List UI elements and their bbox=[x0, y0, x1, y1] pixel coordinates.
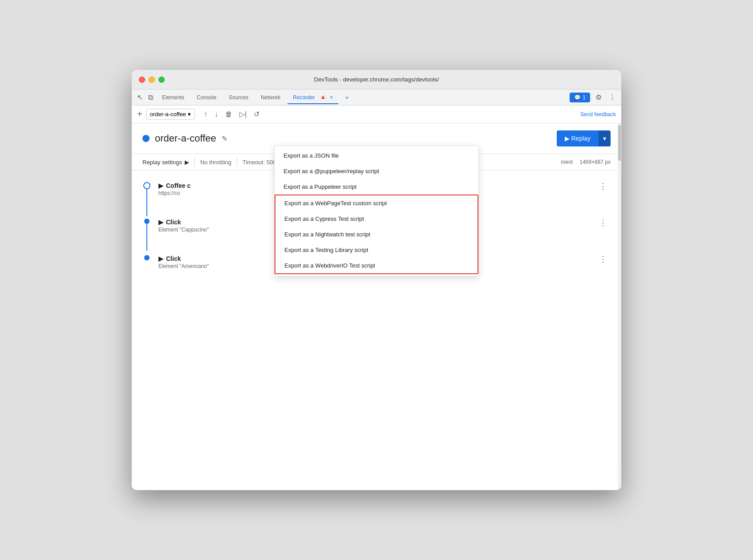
replay-settings-label[interactable]: Replay settings ▶ bbox=[142, 159, 189, 166]
tab-network[interactable]: Network bbox=[255, 92, 286, 103]
step-circle-3 bbox=[144, 255, 150, 260]
tab-bar: ↖ ⧉ Elements Console Sources Network Rec… bbox=[132, 89, 621, 106]
export-puppeteer-item[interactable]: Export as a Puppeteer script bbox=[275, 179, 478, 195]
recording-status-dot bbox=[142, 135, 150, 142]
devtools-window: DevTools - developer.chrome.com/tags/dev… bbox=[132, 70, 621, 490]
step-timeline-3 bbox=[142, 255, 151, 260]
replay-step-button[interactable]: ▷| bbox=[238, 108, 248, 120]
tab-more[interactable]: » bbox=[340, 92, 354, 103]
maximize-button[interactable] bbox=[158, 77, 165, 83]
tab-elements[interactable]: Elements bbox=[157, 92, 190, 103]
step-more-icon-2[interactable]: ⋮ bbox=[595, 219, 611, 227]
divider2 bbox=[237, 158, 237, 166]
close-button[interactable] bbox=[139, 77, 145, 83]
gear-icon[interactable]: ⚙ bbox=[594, 91, 603, 103]
tab-console[interactable]: Console bbox=[191, 92, 222, 103]
export-dropdown-overlay: Export as a JSON file Export as a @puppe… bbox=[274, 146, 479, 276]
add-recording-button[interactable]: + bbox=[137, 109, 142, 119]
replay-button[interactable]: ▶ Replay bbox=[557, 130, 599, 146]
export-puppeteer-replay-item[interactable]: Export as a @puppeteer/replay script bbox=[275, 163, 478, 179]
chat-icon: 💬 bbox=[574, 94, 581, 101]
tab-recorder[interactable]: Recorder 🔺 × bbox=[287, 91, 338, 104]
content-area: order-a-coffee ✎ ▶ Replay ▾ Replay setti… bbox=[132, 123, 621, 490]
scrollbar-thumb bbox=[618, 125, 621, 161]
notification-badge[interactable]: 💬 1 bbox=[570, 93, 590, 102]
toolbar-icon-buttons: ↑ ↓ 🗑 ▷| ↺ bbox=[202, 108, 261, 120]
step-circle-2 bbox=[144, 219, 150, 224]
recording-name-label: order-a-coffee bbox=[150, 111, 186, 118]
export-cypress-item[interactable]: Export as a Cypress Test script bbox=[275, 211, 478, 227]
export-testing-library-item[interactable]: Export as a Testing Library script bbox=[275, 242, 478, 258]
tab-sources[interactable]: Sources bbox=[223, 92, 254, 103]
title-bar: DevTools - developer.chrome.com/tags/dev… bbox=[132, 70, 621, 89]
dropdown-arrow-icon: ▾ bbox=[188, 111, 191, 118]
copy-icon[interactable]: ⧉ bbox=[146, 92, 155, 103]
step-line-1 bbox=[146, 189, 147, 216]
devtools-panel: ↖ ⧉ Elements Console Sources Network Rec… bbox=[132, 89, 621, 490]
step-line-2 bbox=[146, 224, 147, 251]
scrollbar[interactable] bbox=[618, 123, 621, 490]
tab-bar-actions: 💬 1 ⚙ ⋮ bbox=[570, 91, 618, 103]
traffic-lights bbox=[139, 77, 165, 83]
send-feedback-link[interactable]: Send feedback bbox=[580, 111, 616, 118]
step-more-icon-1[interactable]: ⋮ bbox=[595, 182, 611, 190]
export-dropdown-menu: Export as a JSON file Export as a @puppe… bbox=[274, 146, 479, 276]
history-button[interactable]: ↺ bbox=[252, 108, 261, 120]
badge-count: 1 bbox=[583, 94, 586, 101]
delete-button[interactable]: 🗑 bbox=[223, 109, 234, 120]
red-border-group: Export as a WebPageTest custom script Ex… bbox=[275, 195, 478, 274]
step-circle-1 bbox=[143, 182, 150, 189]
window-title: DevTools - developer.chrome.com/tags/dev… bbox=[314, 76, 439, 83]
edit-recording-icon[interactable]: ✎ bbox=[222, 134, 227, 143]
export-webdriverio-item[interactable]: Export as a WebdriverIO Test script bbox=[275, 258, 478, 273]
recording-title: order-a-coffee bbox=[155, 133, 216, 144]
step-timeline-2 bbox=[142, 219, 151, 224]
step-timeline-1 bbox=[142, 182, 151, 189]
recording-selector[interactable]: order-a-coffee ▾ bbox=[146, 109, 195, 120]
upload-button[interactable]: ↑ bbox=[202, 109, 209, 120]
minimize-button[interactable] bbox=[149, 77, 155, 83]
more-icon[interactable]: ⋮ bbox=[607, 91, 618, 103]
divider bbox=[194, 158, 195, 166]
env-label: ment 1469×887 px bbox=[561, 159, 611, 165]
replay-button-group: ▶ Replay ▾ bbox=[557, 130, 611, 146]
export-json-item[interactable]: Export as a JSON file bbox=[275, 148, 478, 163]
cursor-icon[interactable]: ↖ bbox=[135, 91, 145, 103]
download-button[interactable]: ↓ bbox=[213, 109, 220, 120]
export-webpagetest-item[interactable]: Export as a WebPageTest custom script bbox=[275, 195, 478, 211]
replay-dropdown-arrow[interactable]: ▾ bbox=[599, 130, 611, 146]
step-more-icon-3[interactable]: ⋮ bbox=[595, 255, 611, 263]
recorder-toolbar: + order-a-coffee ▾ ↑ ↓ 🗑 ▷| ↺ Send feedb… bbox=[132, 106, 621, 123]
export-nightwatch-item[interactable]: Export as a Nightwatch test script bbox=[275, 227, 478, 242]
throttling-value: No throttling bbox=[200, 159, 231, 166]
close-recorder-tab[interactable]: × bbox=[330, 94, 333, 101]
